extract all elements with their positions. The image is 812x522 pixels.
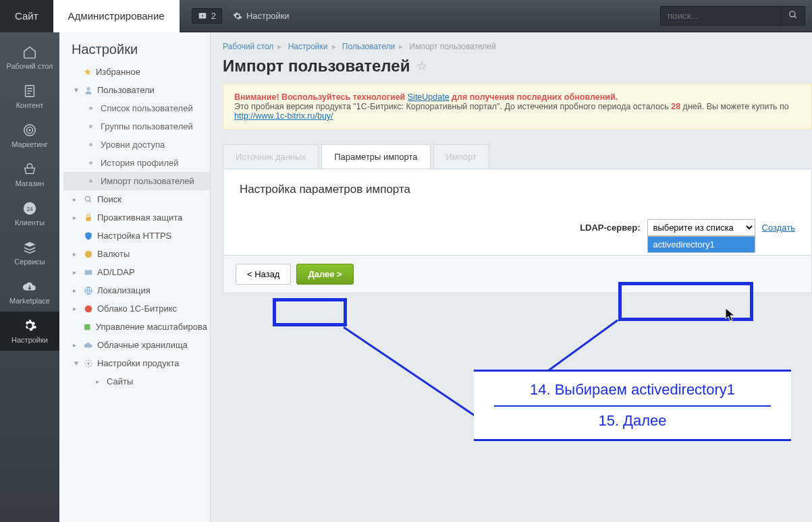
globe-icon xyxy=(84,286,93,295)
tree-currency[interactable]: ▸Валюты xyxy=(63,245,210,263)
nav-marketplace[interactable]: Marketplace xyxy=(0,272,59,312)
notification-icon xyxy=(198,11,207,21)
nav-settings[interactable]: Настройки xyxy=(0,312,59,351)
tree-users[interactable]: ▼Пользователи xyxy=(63,81,210,99)
search-icon xyxy=(788,10,798,20)
ldap-label: LDAP-сервер: xyxy=(580,223,640,233)
lock-icon xyxy=(84,213,93,223)
main-content: Рабочий стол▸ Настройки▸ Пользователи▸ И… xyxy=(211,32,812,522)
ldap-option-ad1[interactable]: activedirectory1 xyxy=(648,237,755,252)
tree-users-list[interactable]: Список пользователей xyxy=(63,99,210,117)
gear2-icon xyxy=(84,359,93,368)
crumb-3: Импорт пользователей xyxy=(410,42,496,51)
svg-rect-21 xyxy=(84,324,90,329)
tab-source[interactable]: Источник данных xyxy=(223,144,319,169)
nav-desk[interactable]: Рабочий стол xyxy=(0,38,59,77)
tree-local[interactable]: ▸Локализация xyxy=(63,281,210,299)
nav-marketing[interactable]: Маркетинг xyxy=(0,116,59,155)
tabs: Источник данных Параметры импорта Импорт xyxy=(223,144,812,169)
svg-rect-16 xyxy=(86,216,91,221)
home-icon xyxy=(21,45,38,59)
annotation-14-15: 14. Выбираем activedirectory1 15. Далее xyxy=(474,370,791,441)
svg-point-10 xyxy=(29,129,30,131)
target-icon xyxy=(22,123,38,138)
search-button[interactable] xyxy=(782,6,805,26)
tab-import[interactable]: Импорт xyxy=(433,144,489,169)
ldap-select[interactable]: выберите из списка xyxy=(647,219,755,236)
crumb-1[interactable]: Настройки xyxy=(288,42,328,51)
card-icon xyxy=(84,268,93,277)
tree-users-import[interactable]: Импорт пользователей xyxy=(63,172,210,190)
svg-point-22 xyxy=(87,362,90,365)
buy-link[interactable]: http://www.1c-bitrix.ru/buy/ xyxy=(234,111,333,121)
tab-site[interactable]: Сайт xyxy=(0,0,53,32)
svg-point-20 xyxy=(85,305,92,312)
cursor-icon xyxy=(725,308,737,322)
tree-users-access[interactable]: Уровни доступа xyxy=(63,136,210,154)
bitrix-icon xyxy=(84,304,93,314)
top-search xyxy=(660,6,805,26)
tree-prodset[interactable]: ▼Настройки продукта xyxy=(63,354,210,372)
crumb-0[interactable]: Рабочий стол xyxy=(223,42,273,51)
stack-icon xyxy=(22,240,38,255)
scale-icon xyxy=(83,322,92,332)
nav-tree: Настройки ★Избранное ▼Пользователи Списо… xyxy=(59,32,211,522)
siteupdate-link[interactable]: SiteUpdate xyxy=(408,92,450,102)
svg-rect-18 xyxy=(85,270,92,274)
tab-admin[interactable]: Администрирование xyxy=(53,0,180,32)
tree-search[interactable]: ▸Поиск xyxy=(63,190,210,208)
svg-line-3 xyxy=(794,16,796,18)
back-button[interactable]: < Назад xyxy=(236,264,291,285)
coin-icon xyxy=(84,250,93,259)
favorite-star-icon[interactable]: ☆ xyxy=(416,59,427,74)
nav-content[interactable]: Контент xyxy=(0,77,59,116)
svg-line-15 xyxy=(89,200,91,202)
tree-adldap[interactable]: ▸AD/LDAP xyxy=(63,263,210,281)
button-row: < Назад Далее > xyxy=(223,256,812,293)
tree-favorites[interactable]: ★Избранное xyxy=(63,63,210,81)
magnifier-icon xyxy=(84,195,93,204)
nav-shop[interactable]: Магазин xyxy=(0,155,59,194)
nav-clients[interactable]: 24Клиенты xyxy=(0,194,59,233)
highlight-next xyxy=(273,298,347,326)
tree-cloudstore[interactable]: ▸Облачные хранилища xyxy=(63,336,210,354)
create-link[interactable]: Создать xyxy=(762,223,795,233)
next-button[interactable]: Далее > xyxy=(296,264,353,285)
top-settings[interactable]: Настройки xyxy=(233,11,290,21)
basket-icon xyxy=(21,162,38,177)
tree-proactive[interactable]: ▸Проактивная защита xyxy=(63,208,210,227)
nav-services[interactable]: Сервисы xyxy=(0,233,59,272)
ldap-dropdown: activedirectory1 xyxy=(647,236,755,253)
page-title: Импорт пользователей☆ xyxy=(223,57,812,76)
tree-users-history[interactable]: История профилей xyxy=(63,154,210,172)
svg-point-17 xyxy=(85,250,92,258)
pane-heading: Настройка параметров импорта xyxy=(240,183,795,196)
topbar: Сайт Администрирование 2 Настройки xyxy=(0,0,812,32)
svg-point-2 xyxy=(790,11,795,17)
warning-box: Внимание! Воспользуйтесь технологией Sit… xyxy=(223,84,812,129)
tab-params[interactable]: Параметры импорта xyxy=(321,144,430,169)
cloud-icon xyxy=(21,279,38,294)
iconbar: Рабочий стол Контент Маркетинг Магазин 2… xyxy=(0,32,59,522)
tree-cloud[interactable]: ▸Облако 1С-Битрикс xyxy=(63,299,210,318)
svg-point-1 xyxy=(201,15,202,16)
gear-icon xyxy=(233,11,242,21)
svg-text:24: 24 xyxy=(26,206,33,212)
crumb-2[interactable]: Пользователи xyxy=(342,42,395,51)
clock-icon: 24 xyxy=(22,201,38,216)
user-icon xyxy=(84,86,93,95)
tree-scale[interactable]: Управление масштабирова xyxy=(63,318,210,336)
tree-title: Настройки xyxy=(63,42,210,63)
search-input[interactable] xyxy=(660,6,782,26)
notification-badge[interactable]: 2 xyxy=(192,8,222,24)
tree-https[interactable]: Настройка HTTPS xyxy=(63,227,210,245)
tree-sites[interactable]: ▸Сайты xyxy=(63,372,210,390)
gear-icon xyxy=(22,318,38,333)
cloud2-icon xyxy=(84,341,93,350)
tree-users-groups[interactable]: Группы пользователей xyxy=(63,117,210,136)
document-icon xyxy=(22,84,38,98)
tab-pane: Настройка параметров импорта LDAP-сервер… xyxy=(223,169,812,256)
shield-icon xyxy=(84,231,93,241)
svg-point-13 xyxy=(87,87,90,90)
breadcrumb: Рабочий стол▸ Настройки▸ Пользователи▸ И… xyxy=(223,42,812,51)
